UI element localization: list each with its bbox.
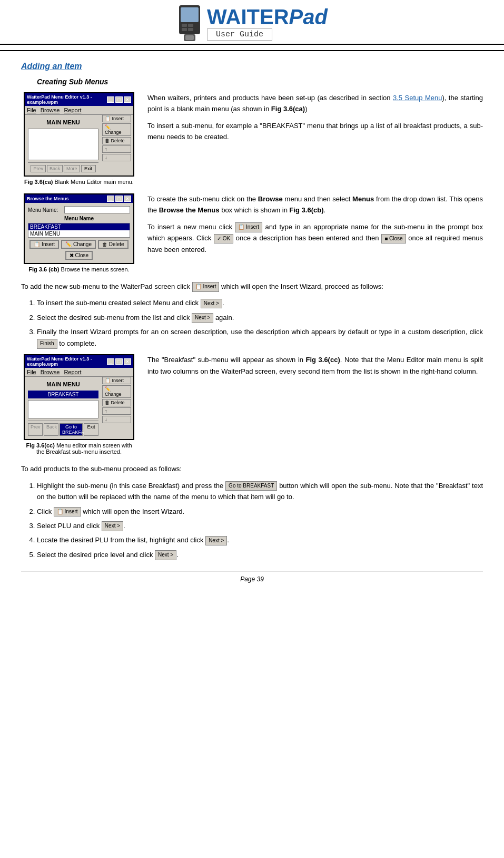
para5a-text: To add the new sub-menu to the WaiterPad… <box>21 282 192 290</box>
cc-btn-down[interactable]: ↓ <box>102 416 131 423</box>
fig-cb-controls: _ □ × <box>107 196 131 202</box>
fig-cc-dialog: WaiterPad Menu Editor v1.3 - example.wpm… <box>24 354 134 440</box>
para3a-text: To create the sub-menu click on the <box>147 195 258 203</box>
cb-minimize[interactable]: _ <box>107 196 114 202</box>
cb-list-item-breakfast[interactable]: BREAKFAST <box>28 223 130 230</box>
cc-btn-up[interactable]: ↑ <box>102 407 131 415</box>
subsection-title: Creating Sub Menus <box>37 77 483 86</box>
cc-btn-change[interactable]: ✏️ Change <box>102 385 131 398</box>
fig-cc-col: WaiterPad Menu Editor v1.3 - example.wpm… <box>21 354 137 455</box>
menu-browse[interactable]: Browse <box>41 107 60 113</box>
svg-rect-5 <box>188 28 193 31</box>
menu-report[interactable]: Report <box>64 107 81 113</box>
fig-cb-title-text: Browse the Menus <box>27 196 69 201</box>
win-controls: _ □ × <box>107 96 131 103</box>
menu-file[interactable]: File <box>27 107 36 113</box>
btn-more[interactable]: More <box>64 165 80 172</box>
maximize-btn[interactable]: □ <box>115 96 123 103</box>
next-btn-4: Next > <box>205 536 227 546</box>
fig-cb-row: Browse the Menus _ □ × Menu Name: Menu N… <box>21 193 483 272</box>
cb-close-x[interactable]: × <box>124 196 131 202</box>
cb-close-btn[interactable]: ✖ Close <box>65 251 93 260</box>
fig-cc-label: Fig 3.6(cc) <box>26 442 54 448</box>
cc-btn-insert[interactable]: 📋 Insert <box>102 377 131 384</box>
page-header: WAITERPad User Guide <box>0 0 504 45</box>
minimize-btn[interactable]: _ <box>107 96 114 103</box>
cc-menu-file[interactable]: File <box>27 369 36 375</box>
btn-insert[interactable]: 📋 Insert <box>102 115 131 122</box>
para3e-text: . <box>324 206 326 214</box>
cb-delete-btn[interactable]: 🗑 Delete <box>98 240 129 249</box>
cb-list-item-main[interactable]: MAIN MENU <box>28 230 130 237</box>
cc-btn-goto[interactable]: Go to BREAKFAST <box>60 423 83 436</box>
finish-btn-inline: Finish <box>37 339 57 349</box>
btn-up[interactable]: ↑ <box>102 145 131 153</box>
svg-rect-2 <box>182 24 187 27</box>
btn-down[interactable]: ↓ <box>102 154 131 161</box>
ok-btn-inline: ✓ OK <box>214 234 233 244</box>
cc-close-x[interactable]: × <box>124 358 131 365</box>
svg-rect-7 <box>185 35 194 40</box>
logo-pad: Pad <box>289 5 328 28</box>
btn-exit[interactable]: Exit <box>81 165 96 172</box>
btn-back[interactable]: Back <box>47 165 63 172</box>
cb-close-row: ✖ Close <box>28 251 130 260</box>
ca-main-label: MAIN MENU <box>28 118 98 126</box>
cb-change-btn[interactable]: ✏️ Change <box>61 240 96 249</box>
fig-cb-ref: Fig 3.6(cb) <box>290 206 324 214</box>
cc-main-label: MAIN MENU <box>28 380 98 388</box>
browse-the-menus-label: Browse the Menus <box>159 206 220 214</box>
cc-maximize[interactable]: □ <box>115 358 123 365</box>
list2-item-4: Locate the desired PLU from the list, hi… <box>37 534 483 545</box>
list-2: Highlight the sub-menu (in this case Bre… <box>37 480 483 561</box>
setup-menu-link[interactable]: 3.5 Setup Menu <box>393 94 442 102</box>
list2-item-5: Select the desired price level and click… <box>37 549 483 560</box>
list-item-1: To insert the sub-menu created select Me… <box>37 297 483 308</box>
paragraph-6: The "Breakfast" sub-menu will appear as … <box>147 354 483 377</box>
para1c-text: ) <box>305 105 307 113</box>
para4c-text: once a description has been entered and … <box>233 234 381 242</box>
fig-cb-body: Menu Name: Menu Name BREAKFAST MAIN MENU… <box>25 203 133 263</box>
para3b-text: menu and then select <box>283 195 352 203</box>
insert-btn-inline: 📋 Insert <box>235 222 262 232</box>
btn-change[interactable]: ✏️ Change <box>102 123 131 136</box>
cb-list-box: BREAKFAST MAIN MENU <box>28 223 130 238</box>
cc-btn-delete[interactable]: 🗑 Delete <box>102 399 131 406</box>
cc-menu-report[interactable]: Report <box>64 369 81 375</box>
cb-maximize[interactable]: □ <box>115 196 123 202</box>
fig-ca-menubar: File Browse Report <box>25 106 133 115</box>
cb-field-label: Menu Name: <box>28 207 62 213</box>
cc-btn-back[interactable]: Back <box>44 423 58 436</box>
ca-list-area <box>28 129 98 160</box>
paragraph-2: To insert a sub-menu, for example a "BRE… <box>147 120 483 143</box>
fig-cc-controls: _ □ × <box>107 358 131 365</box>
fig-cc-row: WaiterPad Menu Editor v1.3 - example.wpm… <box>21 354 483 455</box>
fig-ca-body: MAIN MENU Prev Back More Exit 📋 Insert ✏… <box>25 115 133 175</box>
list2-item-3: Select PLU and click Next >. <box>37 520 483 531</box>
cc-minimize[interactable]: _ <box>107 358 114 365</box>
ca-right-btns: 📋 Insert ✏️ Change 🗑 Delete ↑ ↓ <box>102 115 131 161</box>
logo-container: WAITERPad User Guide <box>0 5 504 41</box>
cc-btn-exit[interactable]: Exit <box>84 423 98 436</box>
para5b-text: which will open the Insert Wizard, proce… <box>219 282 383 290</box>
fig-ca-row: WaiterPad Menu Editor v1.3 - example.wpm… <box>21 92 483 185</box>
cc-menu-browse[interactable]: Browse <box>41 369 60 375</box>
close-btn-inline: ■ Close <box>381 234 406 244</box>
cb-field-input[interactable] <box>64 206 130 213</box>
ca-left-area: MAIN MENU Prev Back More Exit <box>28 118 98 172</box>
cb-insert-btn[interactable]: 📋 Insert <box>29 240 59 249</box>
section-title: Adding an Item <box>21 62 483 71</box>
next-btn-1: Next > <box>201 299 222 309</box>
para1-text: When waiters, printers and products have… <box>147 94 393 102</box>
fig-cc-title-text: WaiterPad Menu Editor v1.3 - example.wpm <box>27 356 107 367</box>
cc-btn-prev[interactable]: Prev <box>28 423 43 436</box>
menus-label: Menus <box>352 195 374 203</box>
logo-waiter: WAITER <box>207 5 289 28</box>
fig-cb-dialog: Browse the Menus _ □ × Menu Name: Menu N… <box>24 193 134 264</box>
fig-cc-titlebar: WaiterPad Menu Editor v1.3 - example.wpm… <box>25 355 133 368</box>
close-btn[interactable]: × <box>124 96 131 103</box>
btn-delete[interactable]: 🗑 Delete <box>102 137 131 144</box>
fig-cb-label: Fig 3.6 (cb) <box>28 266 59 272</box>
cc-right-btns: 📋 Insert ✏️ Change 🗑 Delete ↑ ↓ <box>102 377 131 423</box>
btn-prev[interactable]: Prev <box>31 165 46 172</box>
